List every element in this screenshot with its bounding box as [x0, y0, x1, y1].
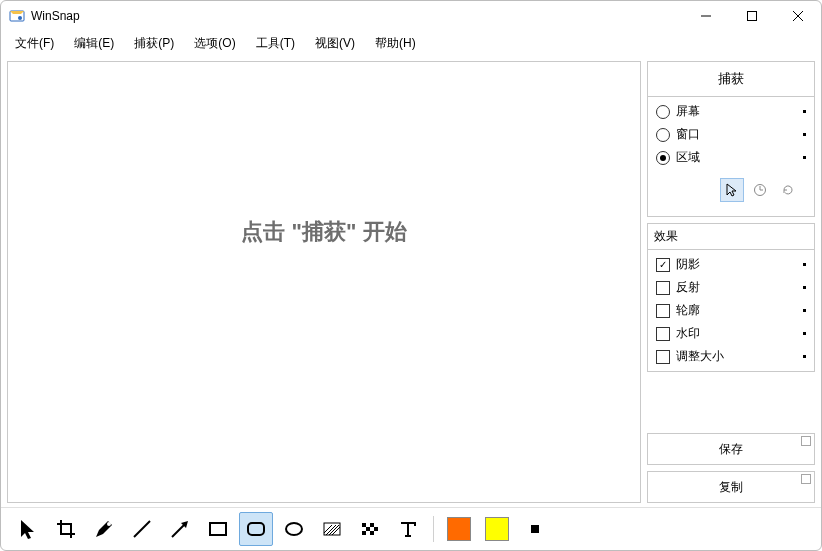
placeholder-text-emph: 捕获	[302, 219, 346, 244]
svg-rect-3	[748, 12, 757, 21]
copy-label: 复制	[719, 479, 743, 496]
tool-ellipse[interactable]	[277, 512, 311, 546]
capture-button[interactable]: 捕获	[648, 62, 814, 97]
svg-point-12	[286, 523, 302, 535]
effect-label: 轮廓	[676, 302, 700, 319]
effect-shadow[interactable]: 阴影	[656, 256, 806, 273]
capture-mode-label: 屏幕	[676, 103, 700, 120]
capture-mode-window[interactable]: 窗口	[656, 126, 806, 143]
title-bar: WinSnap	[1, 1, 821, 31]
tool-roundrect[interactable]	[239, 512, 273, 546]
effect-label: 调整大小	[676, 348, 724, 365]
svg-rect-18	[362, 523, 366, 527]
size-indicator-icon	[531, 525, 539, 533]
menu-bar: 文件(F) 编辑(E) 捕获(P) 选项(O) 工具(T) 视图(V) 帮助(H…	[1, 31, 821, 55]
svg-line-9	[172, 524, 185, 537]
save-label: 保存	[719, 441, 743, 458]
tool-rectangle[interactable]	[201, 512, 235, 546]
svg-line-8	[134, 521, 150, 537]
svg-rect-11	[248, 523, 264, 535]
tool-pen[interactable]	[87, 512, 121, 546]
checkbox-icon	[656, 281, 670, 295]
options-dot-icon	[803, 263, 806, 266]
capture-mode-label: 区域	[676, 149, 700, 166]
options-dot-icon	[803, 110, 806, 113]
capture-repeat-button[interactable]	[776, 178, 800, 202]
menu-edit[interactable]: 编辑(E)	[64, 31, 124, 56]
application-window: WinSnap 文件(F) 编辑(E) 捕获(P) 选项(O) 工具(T) 视图…	[0, 0, 822, 551]
effect-reflect[interactable]: 反射	[656, 279, 806, 296]
checkbox-icon	[656, 304, 670, 318]
tool-line[interactable]	[125, 512, 159, 546]
swatch-icon	[447, 517, 471, 541]
capture-mode-screen[interactable]: 屏幕	[656, 103, 806, 120]
window-controls	[683, 1, 821, 31]
capture-mode-list: 屏幕 窗口 区域	[648, 97, 814, 216]
svg-rect-22	[362, 531, 366, 535]
right-panel: 捕获 屏幕 窗口 区域	[647, 61, 815, 503]
svg-line-16	[324, 525, 332, 533]
radio-icon	[656, 105, 670, 119]
toolbar-separator	[433, 516, 434, 542]
tool-text[interactable]	[391, 512, 425, 546]
color-primary[interactable]	[442, 512, 476, 546]
options-dot-icon	[803, 309, 806, 312]
menu-tools[interactable]: 工具(T)	[246, 31, 305, 56]
effect-resize[interactable]: 调整大小	[656, 348, 806, 365]
effect-outline[interactable]: 轮廓	[656, 302, 806, 319]
effects-list: 阴影 反射 轮廓 水印	[648, 250, 814, 371]
tool-arrow[interactable]	[163, 512, 197, 546]
options-dot-icon	[803, 286, 806, 289]
menu-file[interactable]: 文件(F)	[5, 31, 64, 56]
capture-tool-row	[656, 172, 806, 208]
svg-point-7	[107, 522, 111, 526]
copy-button[interactable]: 复制	[647, 471, 815, 503]
radio-icon	[656, 151, 670, 165]
svg-rect-21	[374, 527, 378, 531]
tool-select[interactable]	[11, 512, 45, 546]
tool-bar	[1, 507, 821, 550]
app-icon	[9, 8, 25, 24]
canvas-placeholder: 点击 "捕获" 开始	[241, 217, 406, 247]
svg-rect-23	[370, 531, 374, 535]
action-buttons: 保存 复制	[647, 433, 815, 503]
swatch-icon	[485, 517, 509, 541]
effect-label: 阴影	[676, 256, 700, 273]
dropdown-indicator-icon	[801, 474, 811, 484]
window-title: WinSnap	[31, 9, 80, 23]
options-dot-icon	[803, 355, 806, 358]
checkbox-icon	[656, 258, 670, 272]
menu-view[interactable]: 视图(V)	[305, 31, 365, 56]
capture-delay-button[interactable]	[748, 178, 772, 202]
main-area: 点击 "捕获" 开始 捕获 屏幕 窗口	[1, 55, 821, 507]
options-dot-icon	[803, 156, 806, 159]
menu-options[interactable]: 选项(O)	[184, 31, 245, 56]
maximize-button[interactable]	[729, 1, 775, 31]
effects-title: 效果	[648, 224, 814, 250]
effects-group: 效果 阴影 反射 轮廓	[647, 223, 815, 372]
close-button[interactable]	[775, 1, 821, 31]
capture-group: 捕获 屏幕 窗口 区域	[647, 61, 815, 217]
tool-crop[interactable]	[49, 512, 83, 546]
color-secondary[interactable]	[480, 512, 514, 546]
tool-pixelate[interactable]	[353, 512, 387, 546]
tool-blur[interactable]	[315, 512, 349, 546]
capture-cursor-button[interactable]	[720, 178, 744, 202]
options-dot-icon	[803, 332, 806, 335]
svg-rect-10	[210, 523, 226, 535]
capture-mode-region[interactable]: 区域	[656, 149, 806, 166]
options-dot-icon	[803, 133, 806, 136]
capture-mode-label: 窗口	[676, 126, 700, 143]
effect-label: 反射	[676, 279, 700, 296]
canvas-area[interactable]: 点击 "捕获" 开始	[7, 61, 641, 503]
save-button[interactable]: 保存	[647, 433, 815, 465]
checkbox-icon	[656, 350, 670, 364]
dropdown-indicator-icon	[801, 436, 811, 446]
menu-capture[interactable]: 捕获(P)	[124, 31, 184, 56]
placeholder-text-pre: 点击 "	[241, 219, 302, 244]
effect-watermark[interactable]: 水印	[656, 325, 806, 342]
stroke-size[interactable]	[518, 512, 552, 546]
menu-help[interactable]: 帮助(H)	[365, 31, 426, 56]
minimize-button[interactable]	[683, 1, 729, 31]
svg-point-1	[18, 16, 22, 20]
